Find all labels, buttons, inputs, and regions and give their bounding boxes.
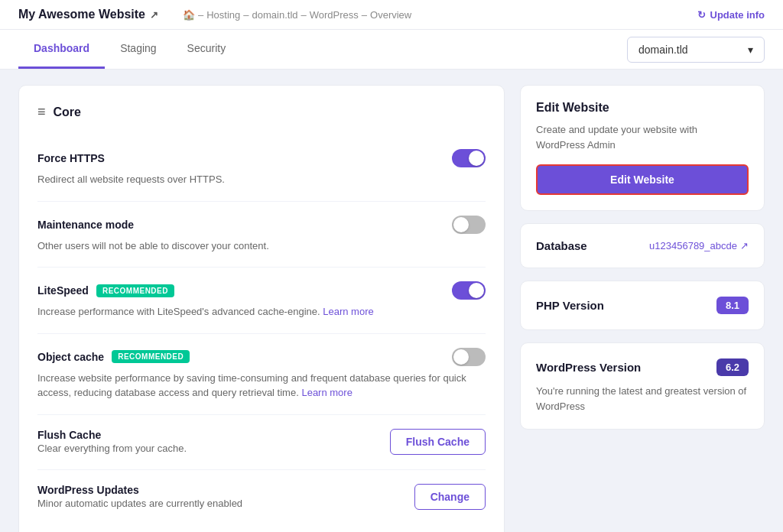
force-https-row: Force HTTPS Redirect all website request… (37, 135, 486, 202)
litespeed-toggle[interactable] (452, 281, 486, 300)
site-title: My Awesome Website ↗ (18, 8, 158, 21)
external-link-icon: ↗ (740, 240, 749, 251)
edit-website-button[interactable]: Edit Website (536, 164, 749, 195)
database-name: u123456789_abcde (649, 240, 737, 251)
force-https-toggle[interactable] (452, 149, 486, 167)
litespeed-name: LiteSpeed RECOMMENDED (37, 284, 174, 297)
toggle-knob (469, 283, 484, 298)
php-version-label: PHP Version (536, 299, 604, 312)
object-cache-row: Object cache RECOMMENDED Increase websit… (37, 334, 486, 415)
nav-bar: Dashboard Staging Security domain.tld ▾ (0, 30, 783, 70)
section-title: Core (54, 105, 81, 119)
wordpress-updates-desc: Minor automatic updates are currently en… (37, 496, 399, 511)
maintenance-mode-row: Maintenance mode Other users will not be… (37, 202, 486, 268)
right-panel: Edit Website Create and update your webs… (520, 85, 765, 532)
toggle-knob (453, 217, 469, 232)
wp-latest-desc: You're running the latest and greatest v… (536, 384, 749, 414)
php-version-card-row: PHP Version 8.1 (536, 297, 749, 314)
top-bar: My Awesome Website ↗ 🏠 – Hosting – domai… (0, 0, 783, 30)
toggle-knob (453, 349, 469, 365)
wp-version-badge: 6.2 (716, 358, 749, 376)
domain-select-value: domain.tld (638, 44, 688, 56)
layers-icon: ≡ (37, 104, 46, 120)
tab-security[interactable]: Security (172, 30, 242, 69)
flush-cache-button[interactable]: Flush Cache (390, 429, 486, 455)
external-link-icon[interactable]: ↗ (150, 9, 158, 21)
tab-staging[interactable]: Staging (105, 30, 171, 69)
wp-version-card-row: WordPress Version 6.2 (536, 358, 749, 376)
flush-cache-row: Flush Cache Clear everything from your c… (37, 415, 486, 471)
domain-select[interactable]: domain.tld ▾ (627, 37, 765, 63)
object-cache-learn-more-link[interactable]: Learn more (301, 387, 352, 398)
object-cache-recommended-badge: RECOMMENDED (112, 350, 190, 363)
wp-version-label: WordPress Version (536, 361, 641, 374)
php-version-card: PHP Version 8.1 (520, 281, 765, 330)
chevron-down-icon: ▾ (748, 44, 753, 56)
maintenance-mode-toggle[interactable] (452, 216, 486, 234)
force-https-name: Force HTTPS (37, 152, 105, 164)
left-panel: ≡ Core Force HTTPS Redirect all website … (18, 85, 505, 532)
maintenance-mode-desc: Other users will not be able to discover… (37, 238, 486, 254)
litespeed-desc: Increase performance with LiteSpeed's ad… (37, 304, 486, 320)
database-label: Database (536, 239, 587, 252)
toggle-knob (469, 151, 484, 166)
maintenance-mode-name: Maintenance mode (37, 219, 134, 231)
update-info-label: Update info (710, 9, 765, 21)
edit-website-card: Edit Website Create and update your webs… (520, 85, 765, 211)
site-title-text: My Awesome Website (18, 8, 145, 21)
litespeed-learn-more-link[interactable]: Learn more (323, 306, 373, 317)
database-link[interactable]: u123456789_abcde ↗ (649, 240, 749, 251)
object-cache-toggle[interactable] (452, 348, 486, 366)
update-info-button[interactable]: ↻ Update info (697, 9, 765, 21)
section-header: ≡ Core (37, 104, 486, 120)
wordpress-updates-row: WordPress Updates Minor automatic update… (37, 470, 486, 525)
tab-dashboard[interactable]: Dashboard (18, 30, 105, 69)
edit-website-card-title: Edit Website (536, 101, 749, 115)
breadcrumb-home-icon: 🏠 (183, 9, 195, 21)
wordpress-updates-change-button[interactable]: Change (414, 484, 486, 510)
force-https-desc: Redirect all website requests over HTTPS… (37, 172, 486, 187)
object-cache-desc: Increase website performance by saving t… (37, 371, 486, 401)
update-icon: ↻ (697, 9, 706, 21)
nav-tabs: Dashboard Staging Security (18, 30, 241, 69)
wp-version-card: WordPress Version 6.2 You're running the… (520, 342, 765, 430)
litespeed-recommended-badge: RECOMMENDED (96, 284, 174, 297)
flush-cache-name: Flush Cache (37, 429, 375, 441)
breadcrumb: 🏠 – Hosting – domain.tld – WordPress – O… (183, 9, 411, 21)
main-content: ≡ Core Force HTTPS Redirect all website … (0, 70, 783, 532)
database-card-row: Database u123456789_abcde ↗ (536, 239, 749, 252)
object-cache-name: Object cache RECOMMENDED (37, 350, 190, 363)
edit-website-card-desc: Create and update your website with Word… (536, 122, 749, 152)
wordpress-updates-name: WordPress Updates (37, 484, 399, 496)
php-version-badge: 8.1 (716, 297, 749, 314)
flush-cache-desc: Clear everything from your cache. (37, 441, 375, 456)
database-card: Database u123456789_abcde ↗ (520, 223, 765, 268)
litespeed-row: LiteSpeed RECOMMENDED Increase performan… (37, 268, 486, 334)
